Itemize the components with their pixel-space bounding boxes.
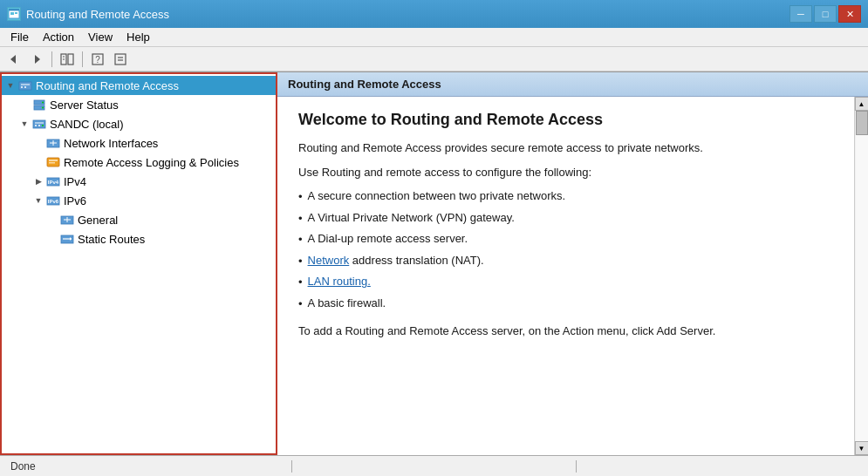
tree-item-server-status[interactable]: ▶ Server Status bbox=[2, 95, 276, 114]
status-section-2 bbox=[292, 460, 578, 473]
static-routes-icon bbox=[59, 231, 75, 247]
expander-ipv6[interactable]: ▼ bbox=[31, 194, 45, 207]
toolbar-separator-1 bbox=[51, 51, 52, 67]
tree-panel-inner: ▼ Routing and Remote Access ▶ bbox=[2, 74, 276, 250]
remote-access-icon bbox=[45, 154, 61, 170]
svg-point-22 bbox=[42, 107, 44, 109]
menu-view[interactable]: View bbox=[81, 29, 120, 45]
toolbar-separator-2 bbox=[82, 51, 83, 67]
svg-rect-3 bbox=[9, 9, 19, 10]
tree-item-ipv4[interactable]: ▶ IPv4 IPv4 bbox=[2, 172, 276, 191]
help-button[interactable]: ? bbox=[87, 50, 108, 69]
ipv4-icon: IPv4 bbox=[45, 173, 61, 189]
svg-text:?: ? bbox=[95, 55, 100, 65]
server-status-icon bbox=[31, 97, 47, 112]
scroll-down-button[interactable]: ▼ bbox=[855, 441, 869, 455]
window-controls: ─ □ ✕ bbox=[789, 5, 861, 23]
network-link[interactable]: Network bbox=[308, 254, 350, 267]
svg-rect-2 bbox=[15, 12, 17, 14]
bullet-item-2: • A Virtual Private Network (VPN) gatewa… bbox=[298, 209, 826, 228]
tree-item-remote-access[interactable]: ▶ Remote Access Logging & Policies bbox=[2, 153, 276, 172]
intro-line1: Routing and Remote Access provides secur… bbox=[298, 139, 826, 157]
tree-item-general[interactable]: ▶ General bbox=[2, 210, 276, 229]
tree-label-general: General bbox=[78, 214, 118, 227]
title-bar: Routing and Remote Access ─ □ ✕ bbox=[0, 0, 868, 28]
scrollbar[interactable]: ▲ ▼ bbox=[854, 97, 868, 455]
svg-text:IPv4: IPv4 bbox=[48, 180, 59, 185]
svg-text:IPv6: IPv6 bbox=[48, 199, 59, 204]
title-bar-left: Routing and Remote Access bbox=[7, 7, 169, 21]
status-sections: Done bbox=[7, 460, 861, 473]
tree-label-server-status: Server Status bbox=[50, 99, 119, 112]
ipv6-icon: IPv6 bbox=[45, 193, 61, 208]
main-area: ▼ Routing and Remote Access ▶ bbox=[0, 71, 868, 455]
network-interfaces-icon bbox=[45, 135, 61, 151]
tree-item-routing-root[interactable]: ▼ Routing and Remote Access bbox=[2, 76, 276, 95]
expander-sandc[interactable]: ▼ bbox=[17, 117, 31, 131]
content-panel: Routing and Remote Access Welcome to Rou… bbox=[277, 72, 868, 455]
menu-help[interactable]: Help bbox=[120, 29, 157, 45]
tree-label-static-routes: Static Routes bbox=[78, 233, 145, 246]
scroll-up-button[interactable]: ▲ bbox=[855, 97, 869, 111]
bullet-text-6: A basic firewall. bbox=[308, 295, 386, 312]
svg-rect-24 bbox=[35, 122, 44, 124]
svg-marker-4 bbox=[10, 55, 16, 64]
bullet-item-5: • LAN routing. bbox=[298, 273, 826, 291]
content-body: Welcome to Routing and Remote Access Rou… bbox=[277, 97, 854, 455]
svg-point-25 bbox=[35, 125, 37, 126]
svg-rect-7 bbox=[68, 54, 73, 65]
menu-action[interactable]: Action bbox=[36, 29, 81, 45]
tree-label-sandc: SANDC (local) bbox=[50, 118, 124, 131]
bullet-item-6: • A basic firewall. bbox=[298, 295, 826, 313]
svg-rect-12 bbox=[115, 54, 126, 65]
tree-label-ipv4: IPv4 bbox=[64, 175, 86, 188]
menu-file[interactable]: File bbox=[3, 29, 36, 45]
tree-item-network-interfaces[interactable]: ▶ Network Interfaces bbox=[2, 133, 276, 153]
general-icon bbox=[59, 212, 75, 228]
svg-rect-33 bbox=[49, 162, 55, 164]
bullet-text-5: LAN routing. bbox=[308, 273, 371, 290]
back-button[interactable] bbox=[3, 50, 24, 69]
tree-item-sandc[interactable]: ▼ SANDC (local) bbox=[2, 114, 276, 133]
minimize-button[interactable]: ─ bbox=[789, 5, 812, 23]
window-title: Routing and Remote Access bbox=[26, 8, 169, 21]
tree-label-remote-access: Remote Access Logging & Policies bbox=[64, 156, 239, 169]
content-header: Routing and Remote Access bbox=[277, 72, 868, 97]
tree-label-routing-root: Routing and Remote Access bbox=[36, 79, 179, 92]
feature-list: • A secure connection between two privat… bbox=[298, 187, 826, 312]
footer-text: To add a Routing and Remote Access serve… bbox=[298, 323, 826, 340]
svg-rect-16 bbox=[21, 84, 30, 85]
scroll-track bbox=[856, 111, 868, 441]
status-bar: Done bbox=[0, 455, 868, 476]
menu-bar: File Action View Help bbox=[0, 28, 868, 47]
properties-button[interactable] bbox=[110, 50, 131, 69]
lan-routing-link[interactable]: LAN routing. bbox=[308, 275, 371, 288]
svg-point-26 bbox=[38, 125, 40, 126]
svg-rect-15 bbox=[19, 82, 31, 90]
bullet-text-3: A Dial-up remote access server. bbox=[308, 230, 468, 248]
svg-point-27 bbox=[42, 125, 44, 126]
maximize-button[interactable]: □ bbox=[814, 5, 837, 23]
routing-icon bbox=[17, 78, 33, 93]
svg-marker-5 bbox=[35, 55, 40, 64]
scroll-thumb[interactable] bbox=[856, 111, 868, 135]
bullet-text-1: A secure connection between two private … bbox=[308, 187, 566, 205]
show-hide-button[interactable] bbox=[57, 50, 78, 69]
tree-item-static-routes[interactable]: ▶ Static Routes bbox=[2, 229, 276, 248]
app-icon bbox=[7, 7, 21, 21]
svg-point-21 bbox=[42, 102, 44, 104]
tree-label-network-interfaces: Network Interfaces bbox=[64, 137, 158, 150]
expander-routing-root[interactable]: ▼ bbox=[3, 78, 17, 92]
expander-ipv4[interactable]: ▶ bbox=[31, 174, 45, 188]
close-button[interactable]: ✕ bbox=[838, 5, 861, 23]
svg-rect-1 bbox=[10, 12, 14, 15]
welcome-title: Welcome to Routing and Remote Access bbox=[298, 111, 826, 129]
toolbar: ? bbox=[0, 47, 868, 71]
tree-item-ipv6[interactable]: ▼ IPv6 IPv6 bbox=[2, 191, 276, 210]
tree-panel: ▼ Routing and Remote Access ▶ bbox=[0, 72, 277, 455]
status-section-3 bbox=[577, 460, 861, 473]
forward-button[interactable] bbox=[26, 50, 47, 69]
bullet-text-2: A Virtual Private Network (VPN) gateway. bbox=[308, 209, 515, 227]
bullet-item-4: • Network address translation (NAT). bbox=[298, 252, 826, 270]
bullet-text-4: Network address translation (NAT). bbox=[308, 252, 484, 269]
